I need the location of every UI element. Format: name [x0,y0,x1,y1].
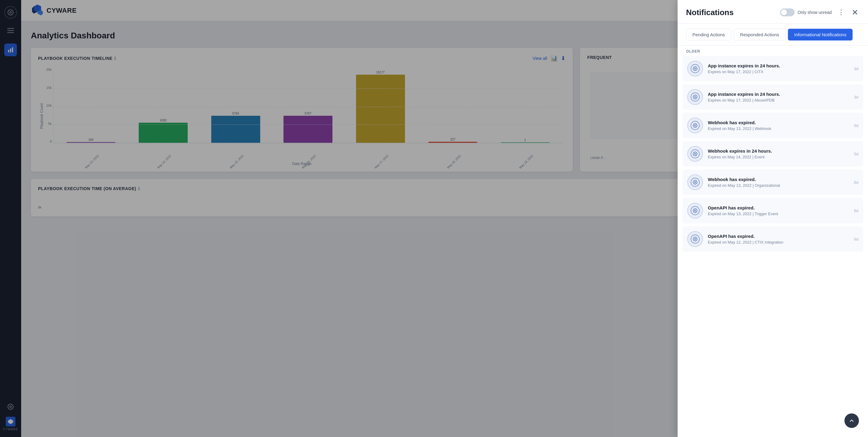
notif-icon-inner-2 [690,92,700,101]
svg-point-16 [694,182,696,183]
notif-content-7: OpenAPI has expired. Expired on May 12, … [708,233,849,245]
notif-main-text-6: OpenAPI has expired. [708,205,849,210]
svg-point-18 [694,239,696,240]
notif-content-4: Webhook expires in 24 hours. Expires on … [708,148,849,159]
notif-main-text-2: App instance expires in 24 hours. [708,92,849,97]
notif-item: App instance expires in 24 hours. Expire… [682,84,863,110]
notif-tabs: Pending Actions Responded Actions Inform… [678,24,868,45]
notif-icon-5 [687,175,703,190]
notif-time-2: 3d [854,95,858,99]
close-button[interactable]: ✕ [850,7,860,18]
svg-point-13 [694,96,696,98]
svg-point-15 [694,153,696,154]
notif-title: Notifications [686,8,734,17]
tab-responded-actions[interactable]: Responded Actions [734,29,785,40]
notif-item: OpenAPI has expired. Expired on May 13, … [682,198,863,223]
notif-content-2: App instance expires in 24 hours. Expire… [708,92,849,102]
tab-pending-actions[interactable]: Pending Actions [686,29,732,40]
notif-time-6: 6d [854,209,858,213]
notif-sub-text-3: Expired on May 13, 2022 | Webhook [708,126,849,131]
notif-content-1: App instance expires in 24 hours. Expire… [708,63,849,74]
notif-sub-text-5: Expired on May 13, 2022 | Organizational [708,183,849,188]
notif-icon-inner-1 [690,64,700,73]
svg-point-12 [694,68,696,69]
toggle-label: Only show unread [798,10,832,15]
tab-informational-notifications[interactable]: Informational Notifications [788,29,853,40]
toggle-switch[interactable] [780,8,795,16]
notif-icon-inner-5 [690,178,700,187]
notif-item: OpenAPI has expired. Expired on May 12, … [682,226,863,252]
notif-time-3: 5d [854,123,858,128]
notif-icon-1 [687,61,703,76]
notif-sub-text-1: Expires on May 17, 2022 | CITX [708,69,849,74]
toggle-container: Only show unread [780,8,832,16]
notif-header-right: Only show unread ⋮ ✕ [780,7,860,18]
notif-item: App instance expires in 24 hours. Expire… [682,56,863,81]
notif-icon-2 [687,89,703,105]
notification-panel: Notifications Only show unread ⋮ ✕ Pendi… [678,0,868,437]
notif-time-5: 6d [854,180,858,185]
notif-sub-text-7: Expired on May 12, 2022 | CTIX Integrati… [708,240,849,245]
notif-icon-inner-6 [690,206,700,215]
notif-icon-7 [687,231,703,247]
notif-time-1: 3d [854,66,858,71]
notif-icon-3 [687,118,703,133]
notif-item: Webhook has expired. Expired on May 13, … [682,169,863,195]
notif-icon-inner-3 [690,121,700,130]
notif-icon-inner-4 [690,149,700,158]
notif-sub-text-2: Expires on May 17, 2022 | AbuseIPDB [708,98,849,102]
section-label: OLDER [678,45,868,56]
notif-content-3: Webhook has expired. Expired on May 13, … [708,120,849,131]
notif-main-text-7: OpenAPI has expired. [708,233,849,239]
notif-main-text-1: App instance expires in 24 hours. [708,63,849,68]
notif-main-text-5: Webhook has expired. [708,177,849,182]
notif-main-text-3: Webhook has expired. [708,120,849,125]
notif-time-7: 6d [854,237,858,242]
notif-list[interactable]: App instance expires in 24 hours. Expire… [678,56,868,437]
notif-icon-4 [687,146,703,162]
more-options-button[interactable]: ⋮ [837,7,846,18]
notif-header: Notifications Only show unread ⋮ ✕ [678,0,868,24]
notif-sub-text-6: Expired on May 13, 2022 | Trigger Event [708,212,849,216]
notif-item: Webhook expires in 24 hours. Expires on … [682,141,863,166]
notif-item: Webhook has expired. Expired on May 13, … [682,113,863,138]
notif-time-4: 5d [854,152,858,156]
notif-main-text-4: Webhook expires in 24 hours. [708,148,849,154]
notif-content-5: Webhook has expired. Expired on May 13, … [708,177,849,188]
notif-icon-6 [687,203,703,218]
notif-icon-inner-7 [690,235,700,244]
notif-content-6: OpenAPI has expired. Expired on May 13, … [708,205,849,216]
svg-point-14 [694,125,696,126]
notif-sub-text-4: Expires on May 14, 2022 | Event [708,155,849,159]
svg-point-17 [694,210,696,211]
scroll-to-top-button[interactable] [844,413,859,428]
